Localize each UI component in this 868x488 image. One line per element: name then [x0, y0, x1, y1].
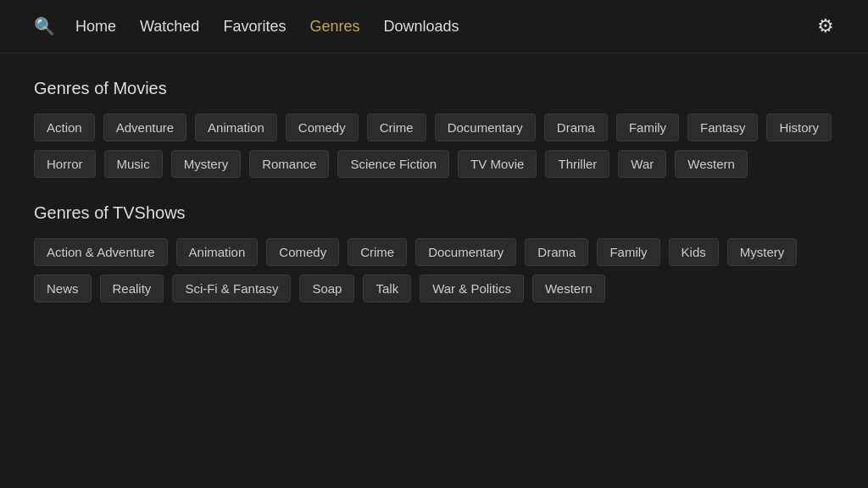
- main-content: Genres of MoviesActionAdventureAnimation…: [0, 53, 868, 353]
- genre-section: Genres of TVShowsAction & AdventureAnima…: [34, 203, 834, 302]
- genre-tag-reality[interactable]: Reality: [100, 274, 164, 302]
- genre-tag-war[interactable]: War: [618, 150, 666, 178]
- genre-tag-family[interactable]: Family: [597, 238, 659, 266]
- genre-tag-kids[interactable]: Kids: [669, 238, 719, 266]
- genre-tag-romance[interactable]: Romance: [249, 150, 329, 178]
- genre-tag-mystery[interactable]: Mystery: [727, 238, 798, 266]
- settings-icon[interactable]: ⚙: [817, 15, 834, 37]
- genre-section: Genres of MoviesActionAdventureAnimation…: [34, 79, 834, 178]
- search-icon[interactable]: 🔍: [34, 16, 55, 36]
- genre-tag-action-and-adventure[interactable]: Action & Adventure: [34, 238, 168, 266]
- genre-tag-action[interactable]: Action: [34, 114, 95, 141]
- section-title: Genres of Movies: [34, 79, 834, 98]
- genre-tag-comedy[interactable]: Comedy: [266, 238, 339, 266]
- genre-tag-history[interactable]: History: [766, 114, 832, 141]
- genre-tag-documentary[interactable]: Documentary: [435, 114, 536, 141]
- genre-tag-war-and-politics[interactable]: War & Politics: [420, 274, 524, 302]
- genre-tag-animation[interactable]: Animation: [176, 238, 259, 266]
- genre-tag-thriller[interactable]: Thriller: [545, 150, 609, 178]
- navbar: 🔍 HomeWatchedFavoritesGenresDownloads ⚙: [0, 0, 868, 53]
- genre-tag-fantasy[interactable]: Fantasy: [687, 114, 758, 141]
- genre-tag-music[interactable]: Music: [104, 150, 163, 178]
- nav-item-home[interactable]: Home: [75, 18, 116, 36]
- genre-tag-western[interactable]: Western: [675, 150, 748, 178]
- genre-tag-talk[interactable]: Talk: [363, 274, 411, 302]
- nav-item-downloads[interactable]: Downloads: [383, 18, 459, 36]
- genre-tags: ActionAdventureAnimationComedyCrimeDocum…: [34, 114, 834, 178]
- genre-tags: Action & AdventureAnimationComedyCrimeDo…: [34, 238, 834, 302]
- genre-tag-tv-movie[interactable]: TV Movie: [458, 150, 537, 178]
- genre-tag-documentary[interactable]: Documentary: [415, 238, 516, 266]
- genre-tag-animation[interactable]: Animation: [195, 114, 277, 141]
- genre-tag-adventure[interactable]: Adventure: [103, 114, 186, 141]
- section-title: Genres of TVShows: [34, 203, 834, 223]
- genre-tag-sci-fi-and-fantasy[interactable]: Sci-Fi & Fantasy: [172, 274, 291, 302]
- genre-tag-crime[interactable]: Crime: [348, 238, 407, 266]
- genre-tag-soap[interactable]: Soap: [299, 274, 354, 302]
- genre-tag-comedy[interactable]: Comedy: [286, 114, 359, 141]
- genre-tag-family[interactable]: Family: [616, 114, 679, 141]
- genre-tag-crime[interactable]: Crime: [367, 114, 426, 141]
- genre-tag-science-fiction[interactable]: Science Fiction: [337, 150, 449, 178]
- genre-tag-drama[interactable]: Drama: [525, 238, 588, 266]
- genre-tag-news[interactable]: News: [34, 274, 92, 302]
- genre-tag-horror[interactable]: Horror: [34, 150, 96, 178]
- nav-item-favorites[interactable]: Favorites: [223, 18, 286, 36]
- nav-item-watched[interactable]: Watched: [140, 18, 199, 36]
- nav-item-genres[interactable]: Genres: [309, 18, 359, 36]
- genre-tag-mystery[interactable]: Mystery: [171, 150, 242, 178]
- genre-tag-drama[interactable]: Drama: [544, 114, 608, 141]
- nav-items: HomeWatchedFavoritesGenresDownloads: [75, 18, 817, 36]
- genre-tag-western[interactable]: Western: [532, 274, 605, 302]
